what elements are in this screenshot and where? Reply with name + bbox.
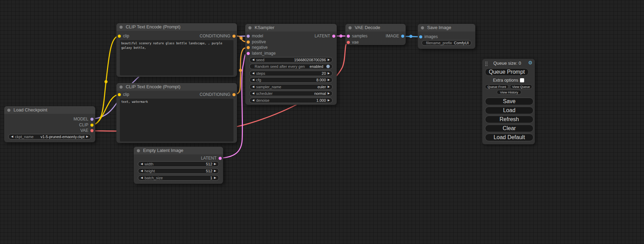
toggle-dot-icon[interactable] [326,65,330,68]
slot-dot-negative[interactable] [247,46,250,49]
slot-dot-clip[interactable] [118,35,121,38]
collapse-dot-icon[interactable] [137,149,140,152]
output-slot-latent[interactable]: LATENT [201,156,222,161]
cfg-number-widget[interactable]: ◀ cfg 8.000 ▶ [249,77,333,83]
drag-handle-icon[interactable] [485,61,488,66]
slot-dot-conditioning[interactable] [232,35,236,38]
increment-arrow-icon[interactable]: ▶ [214,163,216,165]
seed-number-widget[interactable]: ◀ seed 156680208700286 ▶ [249,57,333,63]
height-number-widget[interactable]: ◀ height 512 ▶ [138,168,219,174]
output-slot-conditioning[interactable]: CONDITIONING [200,34,236,38]
input-slot-clip[interactable]: clip [118,34,129,38]
slot-dot-image[interactable] [401,35,404,38]
node-title-bar[interactable]: VAE Decode [345,24,406,31]
slot-dot-model[interactable] [247,35,250,38]
decrement-arrow-icon[interactable]: ◀ [141,177,143,179]
clear-button[interactable]: Clear [485,125,533,132]
node-load-checkpoint[interactable]: Load Checkpoint MODEL CLIP VAE ◀ ckpt_na… [4,106,95,142]
slot-dot-vae[interactable] [90,129,94,132]
node-title-bar[interactable]: CLIP Text Encode (Prompt) [116,83,237,91]
node-title-bar[interactable]: CLIP Text Encode (Prompt) [116,23,237,31]
refresh-button[interactable]: Refresh [485,116,533,123]
output-slot-vae[interactable]: VAE [80,128,94,133]
random-seed-toggle-widget[interactable]: Random seed after every gen enabled [249,64,333,69]
combo-left-arrow-icon[interactable]: ◀ [11,135,13,138]
denoise-number-widget[interactable]: ◀ denoise 1.000 ▶ [249,98,333,103]
combo-right-arrow-icon[interactable]: ▶ [328,92,330,95]
batch-size-number-widget[interactable]: ◀ batch_size 1 ▶ [138,175,219,181]
output-slot-model[interactable]: MODEL [73,117,94,121]
node-title-bar[interactable]: Save Image [418,24,475,31]
combo-right-arrow-icon[interactable]: ▶ [328,85,330,88]
slot-dot-latent[interactable] [219,157,222,160]
slot-dot-model[interactable] [90,118,94,121]
collapse-dot-icon[interactable] [421,26,424,29]
prompt-textarea[interactable]: beautiful scenery nature glass bottle la… [120,40,233,75]
steps-number-widget[interactable]: ◀ steps 20 ▶ [249,71,333,76]
input-slot-vae[interactable]: vae [347,40,359,45]
queue-prompt-button[interactable]: Queue Prompt [485,68,529,76]
combo-left-arrow-icon[interactable]: ◀ [252,85,254,88]
collapse-dot-icon[interactable] [248,26,252,29]
slot-dot-positive[interactable] [247,40,250,44]
view-queue-button[interactable]: View Queue [510,84,532,89]
output-slot-latent[interactable]: LATENT [315,34,335,38]
node-save-image[interactable]: Save Image images filename_prefix ComfyU… [418,24,475,49]
slot-dot-images[interactable] [419,35,422,38]
slot-dot-latent[interactable] [332,35,335,38]
increment-arrow-icon[interactable]: ▶ [328,79,330,81]
node-title-bar[interactable]: KSampler [245,24,337,31]
gear-icon[interactable]: ⚙ [528,60,532,65]
node-empty-latent-image[interactable]: Empty Latent Image LATENT ◀ width 512 ▶ … [134,147,223,184]
output-slot-conditioning[interactable]: CONDITIONING [200,92,236,97]
output-slot-clip[interactable]: CLIP [79,123,94,127]
collapse-dot-icon[interactable] [120,85,123,89]
node-vae-decode[interactable]: VAE Decode samples vae IMAGE [345,24,406,45]
collapse-dot-icon[interactable] [7,109,10,112]
decrement-arrow-icon[interactable]: ◀ [252,58,254,61]
node-clip-text-encode-negative[interactable]: CLIP Text Encode (Prompt) clip CONDITION… [116,83,237,143]
input-slot-latent-image[interactable]: latent_image [247,51,276,56]
decrement-arrow-icon[interactable]: ◀ [141,170,143,172]
extra-options-checkbox[interactable] [520,78,524,82]
input-slot-clip[interactable]: clip [118,92,129,97]
input-slot-images[interactable]: images [419,34,438,39]
node-title-bar[interactable]: Load Checkpoint [4,106,95,114]
node-title-bar[interactable]: Empty Latent Image [134,147,223,154]
slot-dot-clip[interactable] [118,93,121,96]
input-slot-negative[interactable]: negative [247,45,267,50]
slot-dot-clip[interactable] [90,124,94,127]
view-history-button[interactable]: View History [497,90,521,94]
ckpt-name-combo-widget[interactable]: ◀ ckpt_name v1-5-pruned-emaonly.ckpt ▶ [8,134,91,139]
slot-dot-vae[interactable] [347,41,350,44]
load-button[interactable]: Load [485,107,533,114]
node-clip-text-encode-positive[interactable]: CLIP Text Encode (Prompt) clip CONDITION… [116,23,237,77]
queue-front-button[interactable]: Queue Front [485,84,509,89]
increment-arrow-icon[interactable]: ▶ [328,99,330,102]
input-slot-model[interactable]: model [247,34,263,38]
width-number-widget[interactable]: ◀ width 512 ▶ [138,161,219,167]
node-ksampler[interactable]: KSampler model positive negative latent_… [245,24,337,105]
slot-dot-conditioning[interactable] [232,93,236,96]
prompt-textarea[interactable]: text, watermark [120,99,233,142]
decrement-arrow-icon[interactable]: ◀ [141,163,143,165]
slot-dot-latent-image[interactable] [247,52,250,55]
scheduler-combo-widget[interactable]: ◀ scheduler normal ▶ [249,91,333,96]
collapse-dot-icon[interactable] [349,26,352,29]
decrement-arrow-icon[interactable]: ◀ [252,99,254,102]
sampler-name-combo-widget[interactable]: ◀ sampler_name euler ▶ [249,84,333,90]
combo-left-arrow-icon[interactable]: ◀ [252,92,254,95]
load-default-button[interactable]: Load Default [485,134,533,141]
increment-arrow-icon[interactable]: ▶ [214,177,216,179]
combo-right-arrow-icon[interactable]: ▶ [86,135,88,138]
input-slot-samples[interactable]: samples [347,34,368,38]
input-slot-positive[interactable]: positive [247,39,266,44]
increment-arrow-icon[interactable]: ▶ [328,72,330,75]
collapse-dot-icon[interactable] [120,26,123,29]
output-slot-image[interactable]: IMAGE [386,34,404,38]
decrement-arrow-icon[interactable]: ◀ [252,79,254,81]
decrement-arrow-icon[interactable]: ◀ [252,72,254,75]
increment-arrow-icon[interactable]: ▶ [328,58,330,61]
filename-prefix-text-widget[interactable]: filename_prefix ComfyUI [422,40,471,46]
increment-arrow-icon[interactable]: ▶ [214,170,216,172]
